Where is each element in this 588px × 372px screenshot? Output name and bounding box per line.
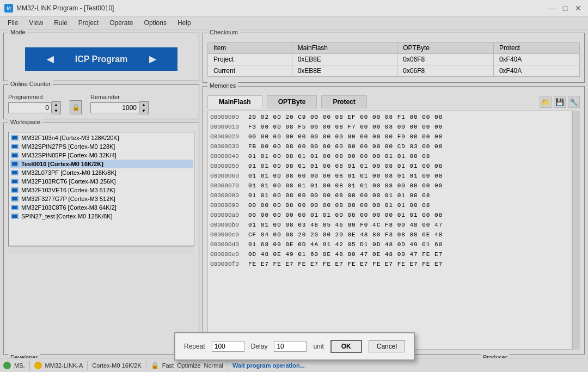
dialog-overlay: Repeat Delay unit OK Cancel [0, 0, 588, 372]
repeat-label: Repeat [184, 343, 205, 350]
repeat-input[interactable] [212, 341, 244, 352]
cancel-button[interactable]: Cancel [369, 340, 405, 352]
repeat-delay-dialog: Repeat Delay unit OK Cancel [174, 332, 415, 361]
delay-input[interactable] [274, 341, 307, 352]
unit-label: unit [313, 343, 323, 350]
delay-label: Delay [251, 343, 268, 350]
ok-button[interactable]: OK [330, 340, 362, 353]
